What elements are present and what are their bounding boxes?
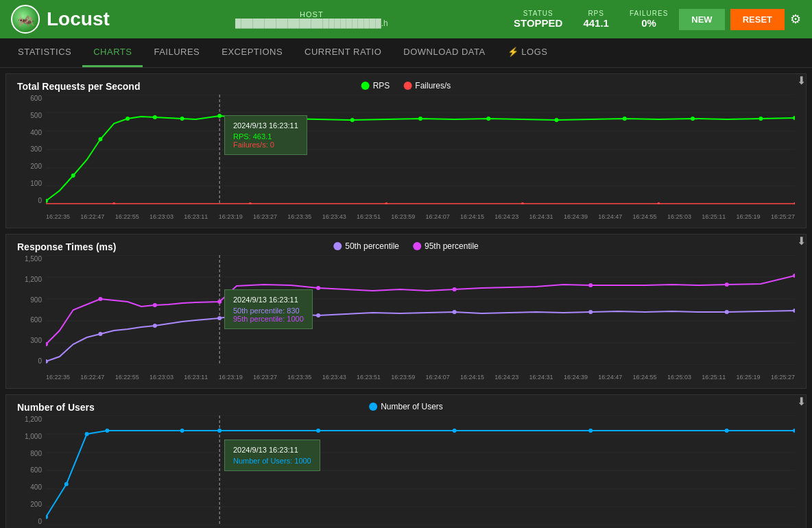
- status-stat: STATUS STOPPED: [514, 10, 562, 29]
- chart1-legend: RPS Failures/s: [361, 81, 451, 91]
- svg-point-66: [85, 432, 89, 436]
- legend-rps: RPS: [361, 81, 390, 91]
- failures-label: FAILURES: [630, 10, 668, 17]
- svg-point-15: [282, 117, 286, 121]
- status-label: STATUS: [523, 10, 553, 17]
- svg-point-18: [486, 117, 490, 121]
- nav-charts[interactable]: CHARTS: [82, 38, 143, 67]
- svg-point-19: [555, 118, 559, 122]
- svg-point-65: [64, 482, 69, 486]
- svg-point-43: [453, 287, 457, 291]
- svg-point-14: [217, 114, 222, 118]
- download-chart2-button[interactable]: ⬇: [797, 235, 806, 248]
- svg-point-10: [98, 137, 102, 141]
- logo-text: Locust: [47, 8, 110, 30]
- svg-point-44: [588, 283, 593, 287]
- chart2-legend: 50th percentile 95th percentile: [333, 241, 478, 251]
- failures-legend-label: Failures/s: [415, 81, 451, 91]
- chart3-y-axis: 1,200 1,000 800 600 400 200 0: [17, 416, 45, 525]
- svg-point-49: [153, 324, 157, 328]
- p50-legend-dot: [333, 242, 342, 250]
- svg-point-74: [793, 429, 795, 433]
- chart-users-title: Number of Users: [17, 402, 95, 413]
- legend-failures: Failures/s: [403, 81, 451, 91]
- chart-users-panel: Number of Users ⬇ Number of Users 1,200 …: [5, 394, 807, 528]
- svg-point-64: [46, 515, 48, 519]
- logo-area: Locust: [11, 5, 110, 34]
- svg-point-40: [153, 303, 157, 307]
- svg-point-48: [98, 332, 102, 336]
- host-label: HOST: [300, 10, 324, 19]
- p95-legend-dot: [413, 242, 421, 250]
- svg-point-47: [46, 359, 48, 363]
- rps-label: RPS: [588, 10, 604, 17]
- chart1-svg: [46, 95, 795, 204]
- nav-exceptions[interactable]: EXCEPTIONS: [211, 38, 294, 67]
- svg-point-23: [793, 116, 795, 120]
- chart3-legend: Number of Users: [369, 402, 443, 411]
- svg-point-52: [453, 310, 457, 314]
- rps-legend-label: RPS: [373, 81, 390, 91]
- svg-point-53: [588, 310, 593, 314]
- svg-point-20: [623, 117, 627, 121]
- legend-p95: 95th percentile: [413, 241, 479, 251]
- svg-point-68: [180, 429, 184, 433]
- svg-point-11: [126, 117, 130, 121]
- chart2-svg: [46, 255, 795, 365]
- settings-button[interactable]: ⚙: [790, 12, 801, 27]
- chart-rps-panel: Total Requests per Second ⬇ RPS Failures…: [5, 73, 807, 228]
- charts-container: Total Requests per Second ⬇ RPS Failures…: [0, 68, 812, 528]
- reset-button[interactable]: RESET: [730, 9, 785, 30]
- p50-legend-label: 50th percentile: [345, 241, 399, 251]
- chart1-area: 600 500 400 300 200 100 0: [17, 95, 795, 225]
- chart1-x-axis: 16:22:35 16:22:47 16:22:55 16:23:03 16:2…: [46, 208, 795, 225]
- users-legend-label: Number of Users: [381, 402, 443, 411]
- svg-point-45: [725, 283, 729, 287]
- rps-stat: RPS 441.1: [583, 10, 609, 29]
- download-chart1-button[interactable]: ⬇: [797, 74, 806, 87]
- chart1-body: 2024/9/13 16:23:11 RPS: 463.1 Failures/s…: [46, 95, 795, 204]
- svg-point-55: [793, 309, 795, 313]
- svg-point-29: [657, 202, 660, 204]
- p95-legend-label: 95th percentile: [425, 241, 479, 251]
- chart3-svg: [46, 416, 795, 525]
- svg-point-42: [316, 286, 320, 290]
- svg-point-69: [217, 429, 222, 433]
- nav-current-ratio[interactable]: CURRENT RATIO: [294, 38, 392, 67]
- header-buttons: NEW RESET ⚙: [679, 9, 801, 30]
- chart2-x-axis: 16:22:35 16:22:47 16:22:55 16:23:03 16:2…: [46, 368, 795, 385]
- failures-value: 0%: [641, 17, 656, 29]
- failures-legend-dot: [403, 82, 411, 90]
- svg-point-17: [418, 117, 422, 121]
- svg-point-26: [249, 202, 252, 204]
- host-section: HOST █████████████████████████.h: [121, 10, 503, 28]
- chart-response-title: Response Times (ms): [17, 241, 116, 252]
- header: Locust HOST █████████████████████████.h …: [0, 0, 812, 38]
- nav-logs[interactable]: ⚡ LOGS: [497, 38, 559, 67]
- svg-point-28: [521, 202, 524, 204]
- users-legend-dot: [369, 403, 377, 411]
- svg-point-9: [71, 173, 75, 178]
- rps-legend-dot: [361, 82, 370, 90]
- nav: STATISTICS CHARTS FAILURES EXCEPTIONS CU…: [0, 38, 812, 68]
- legend-users: Number of Users: [369, 402, 443, 411]
- chart2-y-axis: 1,500 1,200 900 600 300 0: [17, 255, 45, 365]
- svg-point-21: [691, 117, 695, 121]
- nav-download-data[interactable]: DOWNLOAD DATA: [392, 38, 496, 67]
- svg-point-22: [759, 117, 763, 121]
- chart2-area: 1,500 1,200 900 600 300 0: [17, 255, 795, 385]
- svg-point-71: [453, 429, 457, 433]
- chart2-body: 2024/9/13 16:23:11 50th percentile: 830 …: [46, 255, 795, 365]
- rps-value: 441.1: [583, 17, 609, 29]
- svg-point-72: [588, 429, 593, 433]
- svg-point-27: [385, 202, 387, 204]
- svg-point-67: [105, 429, 109, 433]
- nav-failures[interactable]: FAILURES: [143, 38, 211, 67]
- svg-point-39: [98, 297, 102, 301]
- nav-statistics[interactable]: STATISTICS: [7, 38, 82, 67]
- download-chart3-button[interactable]: ⬇: [797, 395, 806, 408]
- svg-point-13: [180, 117, 184, 121]
- failures-stat: FAILURES 0%: [630, 10, 668, 29]
- chart3-area: 1,200 1,000 800 600 400 200 0: [17, 416, 795, 528]
- new-button[interactable]: NEW: [679, 9, 724, 30]
